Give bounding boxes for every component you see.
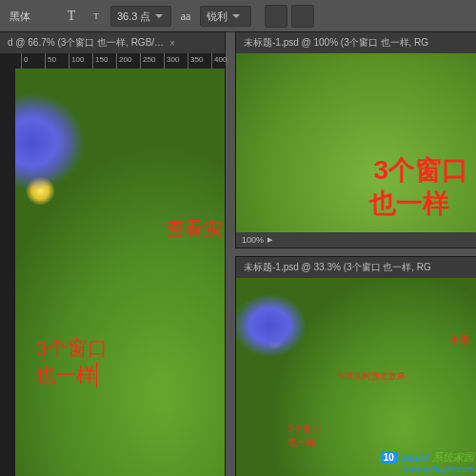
align-left-button[interactable] xyxy=(265,5,288,28)
ruler-horizontal[interactable]: 0 50 100 150 200 250 300 350 400 xyxy=(0,53,225,69)
document-tab-title: 未标题-1.psd @ 33.3% (3个窗口 也一样, RG xyxy=(244,261,431,274)
align-center-button[interactable] xyxy=(291,5,314,28)
close-icon[interactable]: × xyxy=(169,38,175,49)
zoom-level[interactable]: 100% xyxy=(242,235,264,245)
annotation-main-line1: 3个窗口 xyxy=(373,153,468,188)
document-tab-botright[interactable]: 未标题-1.psd @ 33.3% (3个窗口 也一样, RG xyxy=(236,257,476,278)
document-tab-title: 未标题-1.psd @ 100% (3个窗口 也一样, RG xyxy=(244,36,428,50)
type-size-icon-small: T xyxy=(86,6,107,27)
annotation-corner: 个不 xyxy=(449,333,470,347)
annotation-main-line2[interactable]: 也一样 xyxy=(36,362,97,387)
watermark: 10 Win10系统家园 www.qdhuajin.com xyxy=(381,450,474,474)
font-family-label: 黑体 xyxy=(6,10,34,24)
antialias-dropdown[interactable]: 锐利 xyxy=(200,6,251,27)
watermark-url: www.qdhuajin.com xyxy=(403,465,474,474)
document-panel-botright: 未标题-1.psd @ 33.3% (3个窗口 也一样, RG 个不 查看实时预… xyxy=(236,257,476,476)
watermark-badge: 10 xyxy=(381,451,397,464)
document-panel-topright: 未标题-1.psd @ 100% (3个窗口 也一样, RG 3个窗口 也一样 … xyxy=(236,32,476,248)
canvas-botright[interactable]: 个不 查看实时预览效果 3个窗口 也一样 xyxy=(236,278,476,476)
watermark-blue: Win10 xyxy=(400,452,429,464)
font-size-dropdown[interactable]: 36.3 点 xyxy=(110,6,171,27)
annotation-main-line1: 3个窗口 xyxy=(36,335,108,361)
chevron-right-icon[interactable]: ▶ xyxy=(268,236,272,244)
document-panel-left: d @ 66.7% (3个窗口 也一样, RGB/… × 0 50 100 15… xyxy=(0,32,225,476)
document-tab-topright[interactable]: 未标题-1.psd @ 100% (3个窗口 也一样, RG xyxy=(236,32,476,53)
document-tab-left[interactable]: d @ 66.7% (3个窗口 也一样, RGB/… × xyxy=(0,32,225,53)
ruler-vertical[interactable] xyxy=(0,69,15,476)
annotation-main-line2: 也一样 xyxy=(288,436,316,448)
annotation-view: 查看实 xyxy=(166,216,223,241)
type-options-bar: 黑体 T T 36.3 点 aa 锐利 xyxy=(0,0,476,32)
annotation-main-line2: 也一样 xyxy=(369,187,449,221)
status-bar-topright: 100% ▶ xyxy=(236,232,476,248)
type-size-icon: T xyxy=(61,6,82,27)
document-tab-title: d @ 66.7% (3个窗口 也一样, RGB/… xyxy=(8,36,164,50)
annotation-main-line1: 3个窗口 xyxy=(288,423,322,435)
canvas-topright[interactable]: 3个窗口 也一样 xyxy=(236,53,476,232)
antialias-icon: aa xyxy=(175,6,196,27)
watermark-green: 系统家园 xyxy=(432,450,474,465)
canvas-left[interactable]: 查看实 3个窗口 也一样 xyxy=(15,69,225,476)
annotation-view: 查看实时预览效果 xyxy=(337,371,406,383)
